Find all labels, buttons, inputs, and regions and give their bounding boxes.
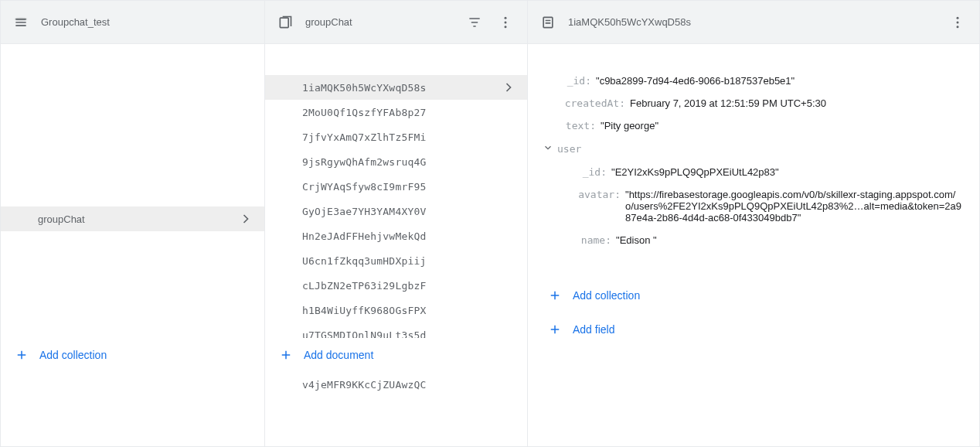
svg-rect-0 [280,18,288,27]
panel-collection: groupChat 1iaMQK50h5WcYXwqD58s2MoU0Qf1Qs… [265,1,528,446]
panel-root-header: Groupchat_test [1,1,264,44]
document-row[interactable]: U6cn1fZkqq3umHDXpiij [265,248,527,273]
document-fields: _id: "c9ba2899-7d94-4ed6-9066-b187537eb5… [528,44,979,272]
chevron-right-icon [499,78,518,97]
svg-point-1 [505,16,507,19]
add-document-label: Add document [304,349,373,361]
document-id: 1iaMQK50h5WcYXwqD58s [302,82,427,94]
collection-row[interactable]: groupChat [1,206,264,231]
add-collection-label: Add collection [39,349,107,361]
add-document-button[interactable]: Add document [265,338,527,372]
document-id: Hn2eJAdFFHehjvwMekQd [302,230,427,242]
filter-icon[interactable] [465,13,484,32]
field-key: _id: [562,75,596,87]
field-row-text[interactable]: text: "Pity george" [543,120,964,131]
kebab-menu-icon[interactable] [496,13,515,32]
document-icon [540,15,556,30]
add-field-button[interactable]: Add field [534,312,973,346]
svg-point-2 [505,21,507,23]
document-row[interactable]: 2MoU0Qf1QszfYFAb8p27 [265,100,527,125]
panel-document-header: 1iaMQK50h5WcYXwqD58s [528,1,979,44]
document-row[interactable]: 9jsRgywQhAfm2wsruq4G [265,149,527,174]
field-val: February 7, 2019 at 12:51:59 PM UTC+5:30 [630,97,964,109]
caret-down-icon[interactable] [539,142,557,155]
svg-point-3 [505,26,507,28]
collection-icon [277,15,293,30]
document-row[interactable]: Hn2eJAdFFHehjvwMekQd [265,224,527,248]
add-collection-button[interactable]: Add collection [1,338,264,372]
field-val: "Pity george" [601,120,964,131]
panel-root: Groupchat_test groupChat Add collection [1,1,265,446]
document-row[interactable]: CrjWYAqSfyw8cI9mrF95 [265,174,527,199]
document-row[interactable]: h1B4WiUyffK968OGsFPX [265,298,527,322]
document-row[interactable]: GyOjE3ae7YH3YAM4XY0V [265,199,527,224]
document-id: GyOjE3ae7YH3YAM4XY0V [302,206,427,217]
kebab-menu-icon[interactable] [948,13,967,32]
firestore-panels: Groupchat_test groupChat Add collection … [0,0,980,447]
database-icon [13,15,29,30]
document-id: h1B4WiUyffK968OGsFPX [302,305,427,316]
add-collection-button[interactable]: Add collection [534,278,973,312]
document-id: cLJbZN2eTP63i29LgbzF [302,280,427,292]
field-key: user [557,143,581,155]
panel-document-body: _id: "c9ba2899-7d94-4ed6-9066-b187537eb5… [528,44,979,446]
panel-document: 1iaMQK50h5WcYXwqD58s _id: "c9ba2899-7d94… [528,1,979,446]
document-id: 9jsRgywQhAfm2wsruq4G [302,156,427,168]
nested-user: _id: "E2YI2xKs9pPLQ9QpPXEiUtL42p83" avat… [559,166,964,246]
add-collection-label: Add collection [573,289,640,302]
field-row-user-id[interactable]: _id: "E2YI2xKs9pPLQ9QpPXEiUtL42p83" [559,166,964,178]
document-id: U6cn1fZkqq3umHDXpiij [302,255,427,267]
document-row[interactable]: v4jeMFR9KKcCjZUAwzQC [265,372,527,397]
collection-label: groupChat [38,213,85,225]
field-key: text: [562,120,601,131]
panel-collection-body: 1iaMQK50h5WcYXwqD58s2MoU0Qf1QszfYFAb8p27… [265,44,527,446]
field-row-name[interactable]: name: "Edison " [559,234,964,246]
field-val: "c9ba2899-7d94-4ed6-9066-b187537eb5e1" [596,75,964,87]
document-id: 7jfvYxAmQ7xZlhTz5FMi [302,131,427,143]
field-row-avatar[interactable]: avatar: "https://firebasestorage.googlea… [559,189,964,224]
document-id: 2MoU0Qf1QszfYFAb8p27 [302,107,427,118]
field-row-user[interactable]: user [539,142,964,155]
field-key: avatar: [577,189,625,200]
field-val: "E2YI2xKs9pPLQ9QpPXEiUtL42p83" [611,166,964,178]
field-row-createdAt[interactable]: createdAt: February 7, 2019 at 12:51:59 … [543,97,964,109]
add-field-label: Add field [573,323,614,336]
panel-root-body: groupChat [1,44,264,446]
panel-root-title: Groupchat_test [41,16,110,28]
field-row-id[interactable]: _id: "c9ba2899-7d94-4ed6-9066-b187537eb5… [543,75,964,87]
field-val: "Edison " [616,234,964,246]
panel-collection-title: groupChat [305,16,352,28]
svg-point-6 [957,21,959,23]
svg-point-5 [957,16,959,19]
chevron-right-icon [236,210,255,228]
document-row[interactable]: 7jfvYxAmQ7xZlhTz5FMi [265,125,527,149]
field-val: "https://firebasestorage.googleapis.com/… [625,189,964,224]
document-id: v4jeMFR9KKcCjZUAwzQC [302,379,427,391]
document-id: CrjWYAqSfyw8cI9mrF95 [302,181,427,193]
document-row[interactable]: 1iaMQK50h5WcYXwqD58s [265,75,527,100]
document-row[interactable]: cLJbZN2eTP63i29LgbzF [265,273,527,298]
field-key: name: [577,234,616,246]
panel-document-title: 1iaMQK50h5WcYXwqD58s [568,16,691,28]
svg-point-7 [957,26,959,28]
field-key: _id: [577,166,611,178]
panel-collection-header: groupChat [265,1,527,44]
field-key: createdAt: [562,97,630,109]
